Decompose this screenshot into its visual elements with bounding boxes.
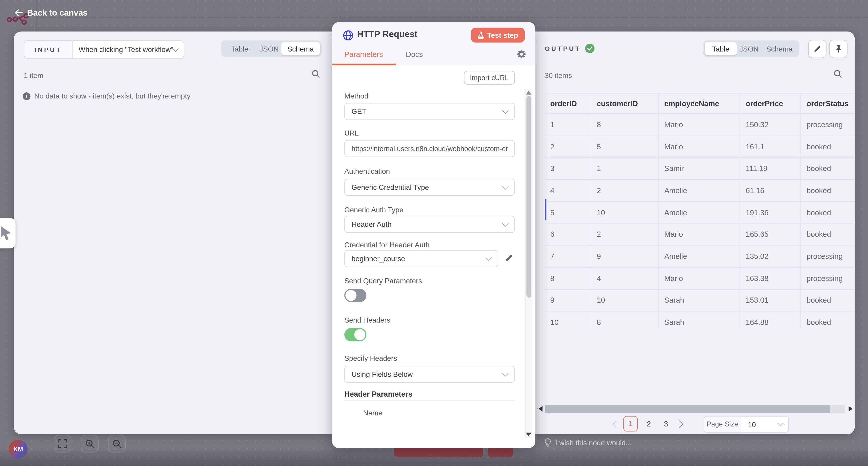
output-table: orderID customerID employeeName orderPri… <box>545 94 855 328</box>
table-row: 62Mario165.65booked <box>545 224 855 245</box>
output-tab-schema[interactable]: Schema <box>761 42 798 55</box>
parameter-name-label: Name <box>363 409 382 417</box>
output-panel: OUTPUT Table JSON Schema <box>535 32 855 434</box>
column-header: orderID <box>545 94 591 113</box>
pin-data-button[interactable] <box>829 40 848 58</box>
zoom-out-icon <box>112 439 122 448</box>
table-row: 910Sarah153.01booked <box>545 290 855 311</box>
input-tab-schema[interactable]: Schema <box>281 42 320 55</box>
specify-headers-label: Specify Headers <box>344 354 397 362</box>
pagination: 1 2 3 <box>613 416 682 432</box>
scroll-up-arrow[interactable] <box>526 91 531 95</box>
table-row-highlighted: 510Amelie191.36booked <box>545 202 855 224</box>
http-request-node-icon <box>343 30 354 41</box>
chevron-down-icon <box>172 45 179 52</box>
table-row: 31Samir111.19booked <box>545 158 855 180</box>
credential-label: Credential for Header Auth <box>344 240 430 249</box>
header-parameters-title: Header Parameters <box>344 390 412 398</box>
url-label: URL <box>344 129 359 137</box>
authentication-select[interactable]: Generic Credential Type <box>344 179 515 196</box>
output-search-icon[interactable] <box>834 70 842 80</box>
input-view-tabs: Table JSON Schema <box>221 40 322 57</box>
pin-icon <box>835 45 842 53</box>
gear-icon[interactable] <box>517 50 526 59</box>
method-select[interactable]: GET <box>344 103 515 120</box>
method-label: Method <box>344 92 368 100</box>
chevron-down-icon <box>777 420 784 427</box>
table-row: 42Amelie61.16booked <box>545 180 855 202</box>
zoom-in-button[interactable] <box>81 435 98 453</box>
zoom-out-button[interactable] <box>108 435 126 453</box>
table-header-row: orderID customerID employeeName orderPri… <box>545 94 855 114</box>
test-step-label: Test step <box>487 31 518 39</box>
input-empty-message: No data to show - item(s) exist, but the… <box>23 92 190 100</box>
info-icon <box>23 92 30 100</box>
input-tab-table[interactable]: Table <box>222 42 257 55</box>
scroll-right-arrow[interactable] <box>848 406 852 411</box>
page-button-3[interactable]: 3 <box>660 420 672 428</box>
success-check-icon <box>585 43 595 53</box>
credential-select[interactable]: beginner_course <box>344 250 498 267</box>
edit-credential-icon[interactable] <box>504 254 514 263</box>
row-highlight-indicator <box>545 199 546 221</box>
column-header: orderStatus <box>801 94 855 113</box>
tab-parameters[interactable]: Parameters <box>344 51 383 59</box>
page-button-2[interactable]: 2 <box>643 420 655 428</box>
avatar[interactable]: KM <box>9 440 28 459</box>
chevron-down-icon <box>502 107 508 113</box>
column-header: customerID <box>591 94 659 113</box>
chevron-down-icon <box>486 254 492 261</box>
table-row: 108Sarah164.88booked <box>545 311 855 328</box>
authentication-label: Authentication <box>344 167 390 175</box>
next-page-icon[interactable] <box>676 420 683 427</box>
url-input[interactable]: https://internal.users.n8n.cloud/webhook… <box>344 140 515 157</box>
modal-scrollbar-thumb[interactable] <box>526 96 531 298</box>
input-source-selector[interactable]: INPUT When clicking "Test workflow" <box>24 40 184 59</box>
output-view-tabs: Table JSON Schema <box>703 40 799 57</box>
send-query-toggle[interactable] <box>344 289 366 302</box>
lightbulb-icon <box>544 438 551 447</box>
import-curl-button[interactable]: Import cURL <box>464 71 515 85</box>
input-panel-label: INPUT <box>24 41 72 58</box>
scroll-left-arrow[interactable] <box>539 406 542 411</box>
input-search-icon[interactable] <box>312 70 320 80</box>
page-size-select[interactable]: Page Size 10 <box>704 416 789 433</box>
cursor-arrow-icon <box>0 225 14 241</box>
page-size-label: Page Size <box>704 417 741 432</box>
scroll-down-arrow[interactable] <box>526 433 531 436</box>
node-feedback-link[interactable]: I wish this node would... <box>544 438 631 447</box>
back-to-canvas-label: Back to canvas <box>27 8 88 17</box>
output-tab-json[interactable]: JSON <box>737 42 761 55</box>
test-step-button[interactable]: Test step <box>471 28 525 42</box>
zoom-to-fit-button[interactable] <box>54 435 71 453</box>
input-tab-json[interactable]: JSON <box>257 42 281 55</box>
back-arrow-icon <box>14 9 23 15</box>
output-items-count: 30 items <box>545 71 572 80</box>
canvas-cursor-flag[interactable] <box>0 218 16 248</box>
table-row: 25Mario161.1booked <box>545 136 855 158</box>
table-row: 79Amelie135.02processing <box>545 246 855 268</box>
input-items-count: 1 item <box>24 71 43 80</box>
node-modal-header: HTTP Request Test step Parameters Docs <box>332 22 535 65</box>
edit-output-button[interactable] <box>808 40 827 58</box>
send-headers-toggle[interactable] <box>344 328 366 341</box>
specify-headers-select[interactable]: Using Fields Below <box>344 366 515 383</box>
page-size-value: 10 <box>748 420 756 429</box>
horizontal-scrollbar-track[interactable] <box>830 405 845 413</box>
divider <box>344 400 515 400</box>
table-row: 18Mario150.32processing <box>545 114 855 136</box>
back-to-canvas-button[interactable]: Back to canvas <box>14 8 88 17</box>
generic-auth-type-select[interactable]: Header Auth <box>344 216 515 233</box>
tab-docs[interactable]: Docs <box>406 51 423 59</box>
horizontal-scrollbar[interactable] <box>545 405 831 413</box>
send-query-label: Send Query Parameters <box>344 276 422 285</box>
page-button-1[interactable]: 1 <box>623 416 638 432</box>
parameters-panel: Import cURL Method GET URL https://inter… <box>332 65 535 448</box>
prev-page-icon[interactable] <box>612 420 619 427</box>
generic-auth-type-label: Generic Auth Type <box>344 206 403 214</box>
node-title: HTTP Request <box>357 29 417 39</box>
http-request-node-modal: HTTP Request Test step Parameters Docs I… <box>332 22 535 448</box>
output-tab-table[interactable]: Table <box>705 42 737 55</box>
send-headers-label: Send Headers <box>344 316 391 324</box>
output-panel-label: OUTPUT <box>545 45 581 52</box>
